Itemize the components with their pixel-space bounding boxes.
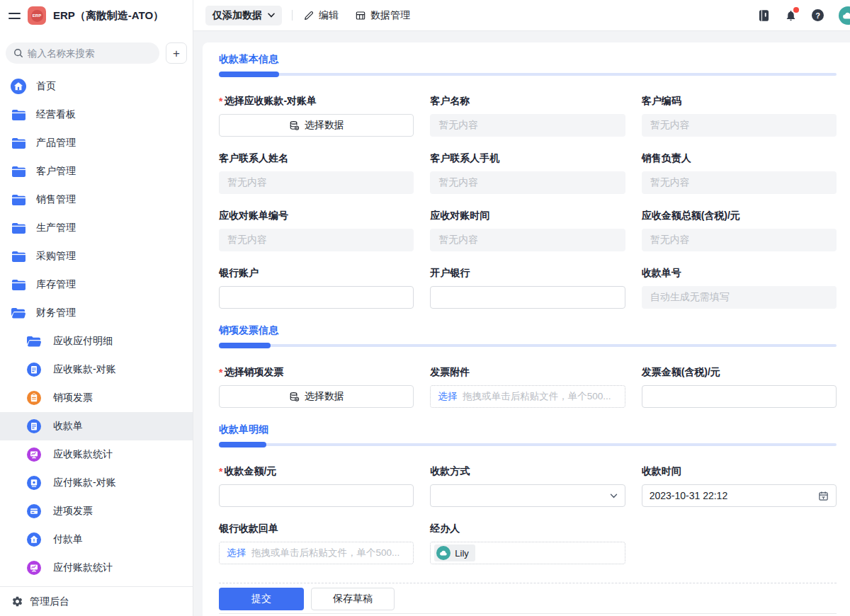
folder-icon	[11, 110, 26, 120]
folder-open-icon	[11, 308, 26, 319]
bank-receipt-upload[interactable]: 选择 拖拽或单击后粘贴文件，单个500...	[219, 542, 414, 564]
invoice-fields-grid: *选择销项发票 选择数据 发票附件	[219, 365, 837, 408]
field-customer-name: 客户名称 暂无内容	[430, 94, 625, 137]
sidebar-item-payment-form[interactable]: 付款单	[0, 525, 193, 554]
doc-blue-icon	[26, 363, 42, 377]
safe-blue-icon	[26, 476, 42, 490]
journal-icon[interactable]	[758, 9, 770, 22]
invoice-attachment-upload[interactable]: 选择 拖拽或单击后粘贴文件，单个500...	[430, 385, 625, 408]
sidebar-item-label: 经营看板	[36, 108, 76, 121]
member-name: Lily	[455, 548, 469, 559]
card-bottom-divider	[219, 613, 837, 614]
bank-account-input[interactable]	[227, 292, 406, 303]
required-asterisk: *	[219, 466, 222, 477]
pencil-icon	[303, 10, 314, 21]
sidebar-item-label: 首页	[36, 80, 56, 93]
sidebar-item-home[interactable]: 首页	[0, 72, 193, 101]
field-label: 收款时间	[642, 464, 837, 479]
folder-icon	[11, 195, 26, 205]
field-contact-phone: 客户联系人手机 暂无内容	[430, 152, 625, 194]
add-app-button[interactable]: +	[166, 42, 187, 64]
sidebar-header: ERP ERP（离散制造-ATO）	[0, 0, 193, 31]
receipt-method-select[interactable]	[430, 484, 625, 507]
sidebar-item-sales-mgmt[interactable]: 销售管理	[0, 186, 193, 214]
section-progress-invoice	[219, 343, 837, 348]
folder-icon	[11, 138, 26, 149]
sidebar-item-sales-invoice[interactable]: 销项发票	[0, 384, 193, 412]
submit-button[interactable]: 提交	[219, 588, 304, 610]
database-icon	[289, 392, 300, 402]
collapse-menu-icon[interactable]	[8, 13, 21, 19]
save-draft-button[interactable]: 保存草稿	[311, 588, 395, 610]
edit-button[interactable]: 编辑	[303, 9, 339, 22]
sidebar-item-ar-ap-details[interactable]: 应收应付明细	[0, 327, 193, 355]
field-bank-receipt: 银行收款回单 选择 拖拽或单击后粘贴文件，单个500...	[219, 522, 414, 564]
search-box[interactable]	[6, 42, 159, 64]
sidebar-item-label: 付款单	[53, 533, 83, 546]
field-label: *收款金额/元	[219, 464, 414, 479]
sidebar-item-receipt-form[interactable]: 收款单	[0, 412, 193, 440]
field-sales-owner: 销售负责人 暂无内容	[642, 152, 837, 194]
sidebar: ERP ERP（离散制造-ATO） + 首页 经营看板	[0, 0, 193, 616]
select-data-label: 选择数据	[305, 390, 344, 403]
doc-blue-icon	[26, 419, 42, 433]
folder-icon	[11, 166, 26, 177]
sidebar-item-finance-mgmt[interactable]: 财务管理	[0, 299, 193, 327]
field-label: 应收对账时间	[430, 209, 625, 223]
sidebar-item-ar-reconciliation[interactable]: 应收账款-对账	[0, 355, 193, 384]
bank-name-input[interactable]	[438, 292, 617, 303]
sidebar-item-label: 客户管理	[36, 165, 76, 178]
sidebar-item-purchase-mgmt[interactable]: 采购管理	[0, 242, 193, 270]
sidebar-item-product-mgmt[interactable]: 产品管理	[0, 129, 193, 157]
field-amount-total: 应收金额总额(含税)/元 暂无内容	[642, 209, 837, 251]
data-manage-button[interactable]: 数据管理	[355, 9, 410, 22]
app-root: ERP ERP（离散制造-ATO） + 首页 经营看板	[0, 0, 850, 616]
sidebar-item-inventory-mgmt[interactable]: 库存管理	[0, 270, 193, 299]
data-mode-dropdown[interactable]: 仅添加数据	[205, 6, 282, 25]
sidebar-item-label: 财务管理	[36, 307, 76, 319]
search-input[interactable]	[28, 48, 152, 59]
sidebar-item-customer-mgmt[interactable]: 客户管理	[0, 157, 193, 186]
select-data-button[interactable]: 选择数据	[219, 385, 414, 408]
form-footer: 提交 保存草稿	[219, 583, 837, 612]
member-chip[interactable]: Lily	[434, 544, 475, 561]
sidebar-nav: 首页 经营看板 产品管理 客户管理 销售管理 生产管理	[0, 72, 193, 586]
stats-purple-icon	[26, 447, 42, 462]
field-sales-invoice: *选择销项发票 选择数据	[219, 365, 414, 408]
field-label: *选择销项发票	[219, 365, 414, 380]
admin-backend-link[interactable]: 管理后台	[0, 586, 193, 616]
field-label: 银行收款回单	[219, 522, 414, 536]
sidebar-item-label: 生产管理	[36, 222, 76, 234]
sidebar-item-ap-reconciliation[interactable]: 应付账款-对账	[0, 469, 193, 497]
search-icon	[13, 48, 23, 58]
notifications-bell-icon[interactable]	[785, 9, 797, 22]
sidebar-item-ar-stats[interactable]: 应收账款统计	[0, 440, 193, 469]
section-title-detail: 收款单明细	[219, 423, 837, 435]
upload-select-link[interactable]: 选择	[438, 390, 457, 403]
database-icon	[289, 120, 300, 131]
sidebar-item-purchase-invoice[interactable]: 进项发票	[0, 497, 193, 525]
select-data-button[interactable]: 选择数据	[219, 114, 414, 137]
sidebar-item-ap-stats[interactable]: 应付账款统计	[0, 554, 193, 582]
field-handler: 经办人 Lily	[430, 522, 625, 564]
table-grid-icon	[355, 10, 366, 21]
help-icon[interactable]: ?	[812, 9, 824, 21]
gear-icon	[11, 595, 23, 608]
receipt-time-input[interactable]	[650, 490, 814, 501]
receipt-amount-input[interactable]	[227, 490, 406, 501]
upload-select-link[interactable]: 选择	[227, 547, 246, 559]
notification-badge	[793, 7, 799, 13]
sidebar-item-dashboard[interactable]: 经营看板	[0, 101, 193, 129]
sidebar-item-label: 进项发票	[53, 505, 93, 518]
handler-member-field[interactable]: Lily	[430, 542, 625, 564]
invoice-amount-input[interactable]	[650, 391, 829, 402]
user-avatar[interactable]	[839, 6, 850, 25]
calendar-icon[interactable]	[818, 491, 829, 501]
receipt-time-picker[interactable]	[642, 484, 837, 507]
sidebar-item-production-mgmt[interactable]: 生产管理	[0, 214, 193, 242]
readonly-input: 自动生成无需填写	[642, 286, 837, 309]
field-invoice-attachment: 发票附件 选择 拖拽或单击后粘贴文件，单个500...	[430, 365, 625, 408]
folder-icon	[11, 223, 26, 234]
data-mode-label: 仅添加数据	[212, 9, 262, 22]
app-logo-text: ERP	[31, 10, 43, 22]
